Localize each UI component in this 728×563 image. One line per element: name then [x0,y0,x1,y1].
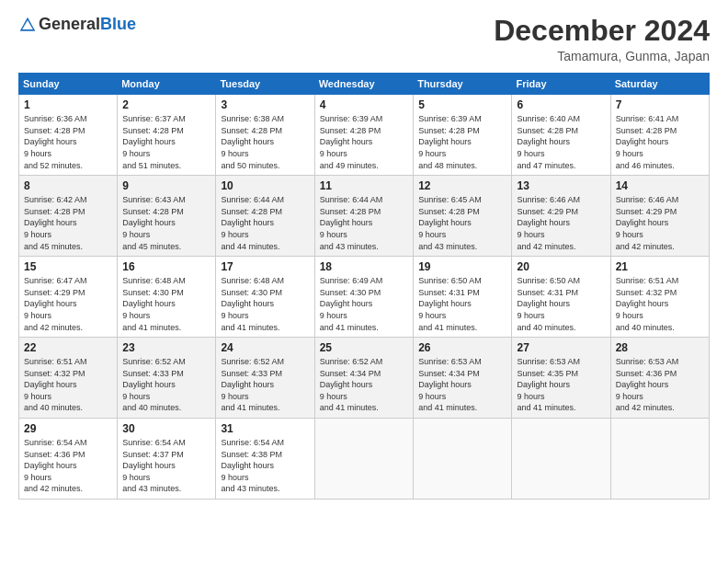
day-number: 9 [122,179,210,192]
col-sunday: Sunday [19,74,118,95]
day-number: 23 [122,341,210,354]
day-info: Sunrise: 6:52 AMSunset: 4:34 PMDaylight … [320,356,408,414]
day-number: 5 [418,98,506,111]
col-saturday: Saturday [610,74,709,95]
day-number: 6 [517,98,605,111]
day-info: Sunrise: 6:50 AMSunset: 4:31 PMDaylight … [517,275,605,333]
logo-general-text: General [39,15,100,34]
table-row: 1 Sunrise: 6:36 AMSunset: 4:28 PMDayligh… [19,95,118,176]
table-row: 27 Sunrise: 6:53 AMSunset: 4:35 PMDaylig… [512,338,610,419]
day-number: 24 [221,341,309,354]
day-info: Sunrise: 6:46 AMSunset: 4:29 PMDaylight … [517,194,605,252]
day-info: Sunrise: 6:53 AMSunset: 4:36 PMDaylight … [616,356,704,414]
day-number: 25 [320,341,408,354]
table-row: 6 Sunrise: 6:40 AMSunset: 4:28 PMDayligh… [512,95,610,176]
col-wednesday: Wednesday [314,74,413,95]
table-row: 29 Sunrise: 6:54 AMSunset: 4:36 PMDaylig… [19,419,118,500]
table-row: 13 Sunrise: 6:46 AMSunset: 4:29 PMDaylig… [512,176,610,257]
table-row: 7 Sunrise: 6:41 AMSunset: 4:28 PMDayligh… [610,95,709,176]
table-row: 28 Sunrise: 6:53 AMSunset: 4:36 PMDaylig… [610,338,709,419]
day-number: 19 [418,260,506,273]
table-row: 11 Sunrise: 6:44 AMSunset: 4:28 PMDaylig… [314,176,413,257]
day-info: Sunrise: 6:39 AMSunset: 4:28 PMDaylight … [320,113,408,171]
day-info: Sunrise: 6:48 AMSunset: 4:30 PMDaylight … [122,275,210,333]
location: Tamamura, Gunma, Japan [494,49,710,63]
table-row: 16 Sunrise: 6:48 AMSunset: 4:30 PMDaylig… [118,257,216,338]
day-info: Sunrise: 6:51 AMSunset: 4:32 PMDaylight … [616,275,704,333]
day-info: Sunrise: 6:47 AMSunset: 4:29 PMDaylight … [24,275,112,333]
logo: GeneralBlue [18,15,136,34]
day-number: 29 [24,422,112,435]
day-number: 22 [24,341,112,354]
day-number: 20 [517,260,605,273]
day-number: 18 [320,260,408,273]
day-number: 26 [418,341,506,354]
table-row: 30 Sunrise: 6:54 AMSunset: 4:37 PMDaylig… [118,419,216,500]
day-number: 21 [616,260,704,273]
table-row: 25 Sunrise: 6:52 AMSunset: 4:34 PMDaylig… [314,338,413,419]
table-row: 20 Sunrise: 6:50 AMSunset: 4:31 PMDaylig… [512,257,610,338]
day-number: 31 [221,422,309,435]
calendar-week-row: 29 Sunrise: 6:54 AMSunset: 4:36 PMDaylig… [19,419,710,500]
col-thursday: Thursday [414,74,512,95]
day-info: Sunrise: 6:42 AMSunset: 4:28 PMDaylight … [24,194,112,252]
table-row: 14 Sunrise: 6:46 AMSunset: 4:29 PMDaylig… [610,176,709,257]
table-row: 26 Sunrise: 6:53 AMSunset: 4:34 PMDaylig… [414,338,512,419]
logo-icon [18,16,37,34]
table-row [610,419,709,500]
table-row: 21 Sunrise: 6:51 AMSunset: 4:32 PMDaylig… [610,257,709,338]
table-row [414,419,512,500]
day-info: Sunrise: 6:53 AMSunset: 4:35 PMDaylight … [517,356,605,414]
calendar-week-row: 15 Sunrise: 6:47 AMSunset: 4:29 PMDaylig… [19,257,710,338]
day-number: 30 [122,422,210,435]
day-info: Sunrise: 6:48 AMSunset: 4:30 PMDaylight … [221,275,309,333]
day-info: Sunrise: 6:40 AMSunset: 4:28 PMDaylight … [517,113,605,171]
table-row: 2 Sunrise: 6:37 AMSunset: 4:28 PMDayligh… [118,95,216,176]
day-info: Sunrise: 6:45 AMSunset: 4:28 PMDaylight … [418,194,506,252]
day-number: 27 [517,341,605,354]
table-row: 18 Sunrise: 6:49 AMSunset: 4:30 PMDaylig… [314,257,413,338]
day-info: Sunrise: 6:36 AMSunset: 4:28 PMDaylight … [24,113,112,171]
table-row [512,419,610,500]
day-info: Sunrise: 6:51 AMSunset: 4:32 PMDaylight … [24,356,112,414]
calendar-page: GeneralBlue December 2024 Tamamura, Gunm… [0,0,728,563]
day-number: 10 [221,179,309,192]
day-number: 11 [320,179,408,192]
day-number: 12 [418,179,506,192]
table-row: 19 Sunrise: 6:50 AMSunset: 4:31 PMDaylig… [414,257,512,338]
day-info: Sunrise: 6:53 AMSunset: 4:34 PMDaylight … [418,356,506,414]
calendar-week-row: 22 Sunrise: 6:51 AMSunset: 4:32 PMDaylig… [19,338,710,419]
day-info: Sunrise: 6:54 AMSunset: 4:37 PMDaylight … [122,437,210,495]
table-row: 8 Sunrise: 6:42 AMSunset: 4:28 PMDayligh… [19,176,118,257]
table-row: 31 Sunrise: 6:54 AMSunset: 4:38 PMDaylig… [216,419,314,500]
day-number: 2 [122,98,210,111]
table-row: 9 Sunrise: 6:43 AMSunset: 4:28 PMDayligh… [118,176,216,257]
table-row: 15 Sunrise: 6:47 AMSunset: 4:29 PMDaylig… [19,257,118,338]
table-row [314,419,413,500]
day-info: Sunrise: 6:52 AMSunset: 4:33 PMDaylight … [221,356,309,414]
table-row: 5 Sunrise: 6:39 AMSunset: 4:28 PMDayligh… [414,95,512,176]
day-number: 16 [122,260,210,273]
day-number: 7 [616,98,704,111]
table-row: 22 Sunrise: 6:51 AMSunset: 4:32 PMDaylig… [19,338,118,419]
day-info: Sunrise: 6:54 AMSunset: 4:38 PMDaylight … [221,437,309,495]
table-row: 24 Sunrise: 6:52 AMSunset: 4:33 PMDaylig… [216,338,314,419]
day-number: 4 [320,98,408,111]
table-row: 10 Sunrise: 6:44 AMSunset: 4:28 PMDaylig… [216,176,314,257]
col-friday: Friday [512,74,610,95]
day-info: Sunrise: 6:52 AMSunset: 4:33 PMDaylight … [122,356,210,414]
table-row: 17 Sunrise: 6:48 AMSunset: 4:30 PMDaylig… [216,257,314,338]
day-info: Sunrise: 6:49 AMSunset: 4:30 PMDaylight … [320,275,408,333]
logo-blue-text: Blue [100,15,136,34]
day-number: 8 [24,179,112,192]
day-info: Sunrise: 6:39 AMSunset: 4:28 PMDaylight … [418,113,506,171]
day-info: Sunrise: 6:54 AMSunset: 4:36 PMDaylight … [24,437,112,495]
table-row: 4 Sunrise: 6:39 AMSunset: 4:28 PMDayligh… [314,95,413,176]
day-info: Sunrise: 6:44 AMSunset: 4:28 PMDaylight … [221,194,309,252]
col-tuesday: Tuesday [216,74,314,95]
day-number: 3 [221,98,309,111]
day-number: 1 [24,98,112,111]
col-monday: Monday [118,74,216,95]
day-info: Sunrise: 6:43 AMSunset: 4:28 PMDaylight … [122,194,210,252]
day-number: 13 [517,179,605,192]
